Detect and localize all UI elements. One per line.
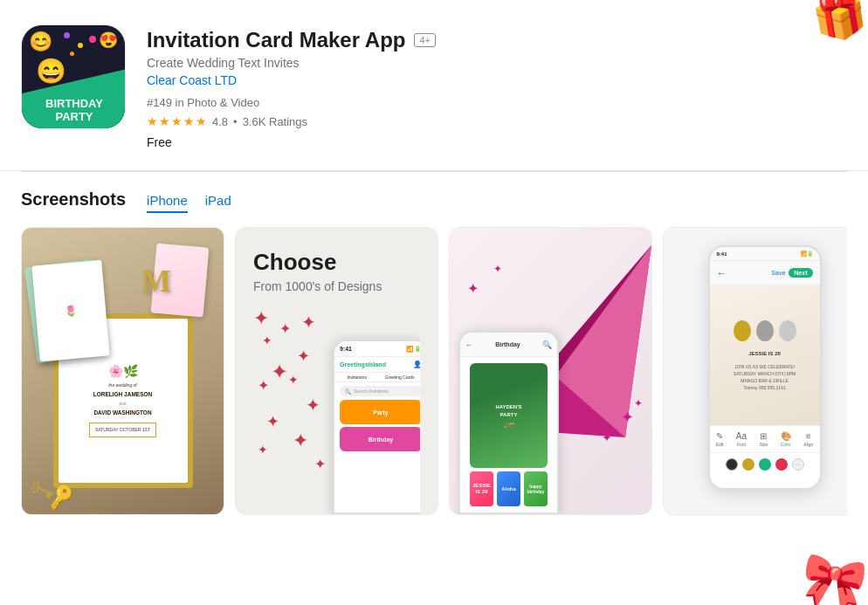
edit-icon: ✎ (716, 431, 723, 441)
pm4-canvas: JESSIE IS 28 JOIN US AS WE CELEBRATE! SA… (710, 285, 820, 425)
pm4-tool-edit[interactable]: ✎ Edit (716, 431, 724, 447)
pm4-tool-align[interactable]: ≡ Align (803, 431, 813, 447)
align-icon: ≡ (806, 431, 811, 441)
star-4: ★ (183, 114, 195, 128)
phone-tab-row: Invitations Greeting Cards (334, 373, 420, 382)
phone-card-birthday: Birthday (340, 427, 420, 451)
rating-count: • (233, 115, 238, 128)
size-icon: ⊞ (760, 431, 767, 441)
emoji-icon-3: 😄 (36, 57, 66, 86)
screenshot-4: 🎁 9:41 📶🔋 ← Save Next (663, 227, 847, 515)
pm4-next-button[interactable]: Next (789, 268, 812, 278)
app-title: Invitation Card Maker App (147, 28, 405, 52)
pm3-header: ← Birthday 🔍 (460, 333, 557, 357)
screenshot-4-bg: 🎁 9:41 📶🔋 ← Save Next (664, 228, 847, 514)
screenshot-2: Choose From 1000's of Designs ✦ ✦ ✦ ✦ ✦ … (235, 227, 438, 515)
app-title-row: Invitation Card Maker App 4+ (147, 28, 847, 52)
color-icon: 🎨 (781, 431, 791, 441)
app-ranking: #149 in Photo & Video (147, 96, 847, 109)
rating-number: 4.8 (212, 115, 228, 128)
pm4-event-name: JESSIE IS 28 (748, 350, 781, 358)
pm3-event-name: HAYDEN'SPARTY (495, 403, 521, 419)
phone-tab-greeting[interactable]: Greeting Cards (385, 375, 415, 380)
star-3: ★ (171, 114, 183, 128)
rating-count-value: 3.6K Ratings (243, 115, 307, 128)
app-subtitle: Create Wedding Text Invites (147, 56, 847, 70)
size-label: Size (759, 442, 768, 447)
rating-row: ★ ★ ★ ★ ★ 4.8 • 3.6K Ratings (147, 114, 847, 128)
pm4-time: 9:41 (717, 251, 727, 257)
emoji-icon-1: 😊 (29, 31, 52, 53)
screenshot-3: ✦ ✦ ✦ ← Birthday 🔍 HAYDEN'SPARTY (449, 227, 652, 515)
ss2-choose-title: Choose (253, 249, 420, 276)
font-label: Font (737, 442, 746, 447)
screenshots-scroll: 🌸🌿 the wedding of LORELIGH JAMESON and D… (21, 227, 847, 515)
age-rating-badge: 4+ (414, 33, 436, 47)
star-rating: ★ ★ ★ ★ ★ (147, 114, 207, 128)
tab-iphone[interactable]: iPhone (147, 193, 188, 213)
color-more[interactable]: ··· (792, 458, 804, 471)
status-time: 9:41 (340, 346, 352, 352)
phone-search-placeholder: Search Invitations (354, 388, 389, 394)
pm3-content: HAYDEN'SPARTY 🎉🎊 JESSIEIS 28 Aloha happy… (460, 357, 557, 512)
screenshot-3-bg: ✦ ✦ ✦ ← Birthday 🔍 HAYDEN'SPARTY (450, 228, 651, 514)
pm4-back-button[interactable]: ← (717, 267, 727, 279)
screenshots-section: Screenshots iPhone iPad 🌸🌿 the (0, 172, 868, 529)
price-label: Free (147, 135, 847, 149)
pm4-color-row: ··· (710, 453, 820, 476)
emoji-icon-2: 😍 (99, 31, 118, 50)
screenshots-title: Screenshots (21, 189, 126, 210)
balloon-gold (734, 320, 751, 341)
balloon-gray (756, 320, 774, 341)
balloon-lt-gray (779, 320, 796, 341)
device-tabs: iPhone iPad (147, 193, 231, 213)
card-party-label: Party (373, 409, 389, 416)
developer-link[interactable]: Clear Coast LTD (147, 73, 847, 87)
screenshots-header: Screenshots iPhone iPad (21, 189, 847, 213)
pm4-toolbar: ✎ Edit Aa Font ⊞ Size 🎨 (710, 425, 820, 453)
screenshot-2-bg: Choose From 1000's of Designs ✦ ✦ ✦ ✦ ✦ … (236, 228, 437, 514)
pm3-card-preview: HAYDEN'SPARTY 🎉🎊 (470, 363, 548, 468)
star-5: ★ (196, 114, 207, 128)
tab-ipad[interactable]: iPad (205, 193, 231, 213)
edit-label: Edit (716, 442, 724, 447)
app-header: 😊 😍 😄 BIRTHDAYPARTY Invitation Card Make… (0, 0, 868, 171)
phone-mockup-2: 9:41 📶🔋 GreetingsIsland 👤 Invitations Gr… (333, 340, 420, 514)
phone-card-party: Party (340, 400, 420, 424)
screenshot-1-bg: 🌸🌿 the wedding of LORELIGH JAMESON and D… (22, 228, 224, 514)
phone-mockup-3: ← Birthday 🔍 HAYDEN'SPARTY 🎉🎊 (458, 331, 559, 514)
phone-mockup-4: 9:41 📶🔋 ← Save Next (708, 245, 822, 490)
color-red[interactable] (775, 458, 788, 471)
pm4-tool-size[interactable]: ⊞ Size (759, 431, 768, 447)
phone-app-header: GreetingsIsland 👤 (334, 357, 420, 373)
ss2-choose-subtitle: From 1000's of Designs (253, 279, 420, 293)
phone-search-bar[interactable]: 🔍 Search Invitations (340, 386, 420, 396)
pm4-event-details: JOIN US AS WE CELEBRATE! SATURDAY MARCH … (734, 363, 796, 391)
star-1: ★ (147, 114, 158, 128)
pm4-save-button[interactable]: Save (771, 268, 785, 278)
app-icon: 😊 😍 😄 BIRTHDAYPARTY (21, 24, 126, 129)
app-logo: GreetingsIsland (340, 361, 386, 368)
align-label: Align (803, 442, 813, 447)
pm3-category-title: Birthday (495, 341, 520, 347)
color-dark[interactable] (726, 458, 738, 471)
card-birthday-label: Birthday (369, 437, 393, 443)
color-gold[interactable] (742, 458, 754, 471)
pm4-tool-color[interactable]: 🎨 Color (781, 431, 791, 447)
phone-status-bar: 9:41 📶🔋 (334, 341, 420, 357)
app-icon-text: BIRTHDAYPARTY (45, 98, 103, 123)
screenshot-1: 🌸🌿 the wedding of LORELIGH JAMESON and D… (21, 227, 224, 515)
font-icon: Aa (736, 431, 747, 441)
pm4-balloons (734, 320, 796, 341)
phone-cards: Party Birthday (334, 400, 420, 451)
app-icon-wrapper: 😊 😍 😄 BIRTHDAYPARTY (21, 24, 126, 129)
color-teal[interactable] (759, 458, 771, 471)
pm4-topbar: ← Save Next (710, 261, 820, 285)
pm4-tool-font[interactable]: Aa Font (736, 431, 747, 447)
app-info: Invitation Card Maker App 4+ Create Wedd… (147, 24, 847, 149)
phone-tab-invitations[interactable]: Invitations (347, 375, 367, 380)
pm4-actions: Save Next (771, 268, 812, 278)
star-2: ★ (159, 114, 170, 128)
color-label: Color (781, 442, 791, 447)
